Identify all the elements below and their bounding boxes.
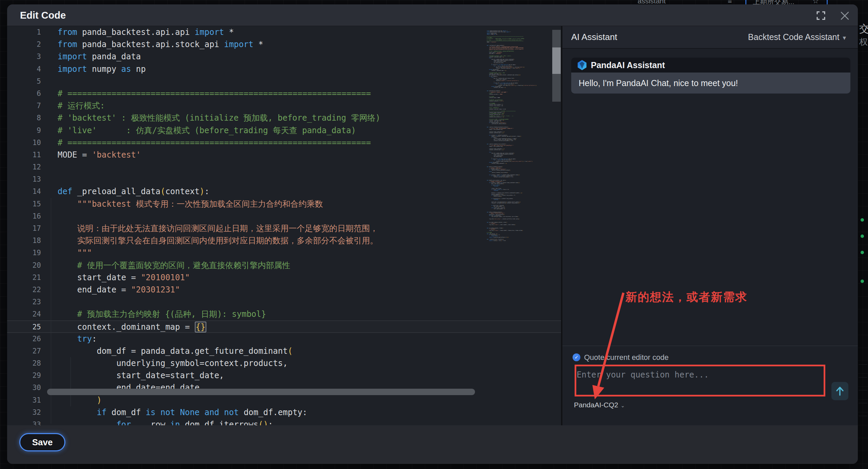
line-number: 7 xyxy=(7,100,50,112)
code-line[interactable]: 18 实际回测引擎只会在自身回测区间内使用到对应日期的数据，多余部分不会被引用。 xyxy=(7,234,562,247)
star-icon: ☆ xyxy=(812,0,819,4)
code-editor[interactable]: 1from panda_backtest.api.api import *2fr… xyxy=(7,26,562,425)
background-text-exchange: 上期所交易... xyxy=(753,0,794,4)
assistant-greeting: Hello, I'm PandaAI Chat, nice to meet yo… xyxy=(579,73,738,94)
line-number: 22 xyxy=(7,284,50,296)
code-line[interactable]: 15 """backtest 模式专用：一次性预加载全区间主力合约和合约乘数 xyxy=(7,198,562,210)
send-button[interactable] xyxy=(831,382,848,400)
arrow-up-icon xyxy=(834,385,846,397)
vertical-scrollbar-thumb[interactable] xyxy=(552,47,561,74)
close-icon[interactable] xyxy=(840,11,849,22)
background-text-assistant: assistant xyxy=(638,0,666,4)
code-line[interactable]: 31 ) xyxy=(7,394,562,406)
line-number: 4 xyxy=(7,63,50,75)
line-number: 8 xyxy=(7,112,50,124)
line-number: 3 xyxy=(7,50,50,63)
line-number: 23 xyxy=(7,296,50,308)
status-dot xyxy=(861,218,864,222)
code-line[interactable]: 4import numpy as np xyxy=(7,63,562,75)
assistant-mode-label: Backtest Code Assistant xyxy=(748,32,840,42)
modal-title: Edit Code xyxy=(20,4,66,26)
code-line[interactable]: 16 xyxy=(7,210,562,222)
tab-indicator xyxy=(745,0,746,4)
line-number: 29 xyxy=(7,369,50,382)
code-line[interactable]: 23 xyxy=(7,296,562,308)
modal-titlebar: Edit Code xyxy=(7,4,858,26)
code-line[interactable]: 32 if dom_df is not None and not dom_df.… xyxy=(7,406,562,419)
annotation-note: 新的想法，或者新需求 xyxy=(625,289,747,305)
input-section-divider xyxy=(562,346,858,346)
code-line[interactable]: 12 xyxy=(7,161,562,173)
status-dot xyxy=(861,234,864,238)
line-number: 24 xyxy=(7,308,50,320)
menu-icon: ≡ xyxy=(728,0,732,4)
line-number: 10 xyxy=(7,137,50,149)
line-number: 17 xyxy=(7,222,50,234)
code-line[interactable]: 25 context._dominant_map = {} xyxy=(7,321,562,333)
line-number: 25 xyxy=(7,321,50,332)
code-line[interactable]: 6# =====================================… xyxy=(7,87,562,100)
quote-code-checkbox[interactable]: ✓ xyxy=(573,353,580,361)
horizontal-scrollbar[interactable] xyxy=(47,389,475,395)
code-line[interactable]: 9# 'live' : 仿真/实盘模式 (before_trading 每天查 … xyxy=(7,124,562,137)
code-line[interactable]: 29 start_date=start_date, xyxy=(7,369,562,382)
screen: assistant ≡ 上期所交易... ☆ 交易 权益 Edit Code 1… xyxy=(0,0,868,469)
code-line[interactable]: 27 dom_df = panda_data.get_future_domina… xyxy=(7,345,562,357)
annotation-highlight-box xyxy=(575,365,825,396)
assistant-bot-name: PandaAI Assistant xyxy=(591,58,665,73)
line-number: 32 xyxy=(7,406,50,419)
background-char: 交易 xyxy=(859,22,868,36)
line-number: 1 xyxy=(7,26,50,38)
code-line[interactable]: 21 start_date = "20100101" xyxy=(7,271,562,284)
line-number: 33 xyxy=(7,419,50,425)
save-button[interactable]: Save xyxy=(19,433,65,451)
code-line[interactable]: 1from panda_backtest.api.api import * xyxy=(7,26,562,38)
chevron-down-icon: ▾ xyxy=(843,34,846,41)
code-line[interactable]: 10# ====================================… xyxy=(7,137,562,149)
background-app-topbar: assistant ≡ 上期所交易... ☆ xyxy=(0,0,868,4)
code-line[interactable]: 7# 运行模式: xyxy=(7,100,562,112)
code-line[interactable]: 20 # 使用一个覆盖面较宽的区间，避免直接依赖引擎内部属性 xyxy=(7,259,562,271)
code-line[interactable]: 17 说明：由于此处无法直接访问回测区间起止日期，这里采用一个足够宽的日期范围， xyxy=(7,222,562,234)
line-number: 6 xyxy=(7,87,50,100)
ai-panel-title: AI Assistant xyxy=(571,26,617,48)
assistant-mode-dropdown[interactable]: Backtest Code Assistant▾ xyxy=(728,26,846,48)
code-line[interactable]: 3import panda_data xyxy=(7,50,562,63)
chevron-down-icon: ⌄ xyxy=(621,403,625,408)
line-number: 16 xyxy=(7,210,50,222)
code-line[interactable]: 11MODE = 'backtest' xyxy=(7,149,562,161)
line-number: 18 xyxy=(7,234,50,247)
fullscreen-icon[interactable] xyxy=(816,11,826,22)
quote-code-label: Quote current editor code xyxy=(584,353,668,362)
pandaai-logo-icon xyxy=(577,60,587,72)
code-line[interactable]: 19 """ xyxy=(7,247,562,259)
line-number: 14 xyxy=(7,185,50,198)
code-line[interactable]: 26 try: xyxy=(7,333,562,345)
background-right-edge: 交易 权益 xyxy=(858,4,868,469)
code-line[interactable]: 33 for _, row in dom_df.iterrows(): xyxy=(7,419,562,425)
line-number: 20 xyxy=(7,259,50,271)
modal-footer xyxy=(7,425,858,464)
line-number: 15 xyxy=(7,198,50,210)
code-line[interactable]: 24 # 预加载主力合约映射 {(品种, 日期): symbol} xyxy=(7,308,562,320)
line-number: 9 xyxy=(7,124,50,137)
code-line[interactable]: 14def _preload_all_data(context): xyxy=(7,185,562,198)
code-line[interactable]: 22 end_date = "20301231" xyxy=(7,284,562,296)
minimap[interactable]: from panda_backtest.api.api import *from… xyxy=(487,30,551,424)
background-char: 权益 xyxy=(859,36,868,47)
status-dot xyxy=(861,280,864,283)
line-number: 31 xyxy=(7,394,50,406)
line-number: 21 xyxy=(7,271,50,284)
code-line[interactable]: 5 xyxy=(7,75,562,87)
code-line[interactable]: 28 underlying_symbol=context.products, xyxy=(7,357,562,369)
line-number: 13 xyxy=(7,173,50,185)
code-line[interactable]: 13 xyxy=(7,173,562,185)
tab-indicator xyxy=(827,0,828,4)
model-label: PandaAI-CQ2 xyxy=(574,401,618,409)
model-dropdown[interactable]: PandaAI-CQ2⌄ xyxy=(574,401,625,409)
code-line[interactable]: 2from panda_backtest.api.stock_api impor… xyxy=(7,38,562,50)
line-number: 26 xyxy=(7,333,50,345)
code-line[interactable]: 8# 'backtest' : 极致性能模式 (initialize 预加载, … xyxy=(7,112,562,124)
line-number: 19 xyxy=(7,247,50,259)
line-number: 27 xyxy=(7,345,50,357)
